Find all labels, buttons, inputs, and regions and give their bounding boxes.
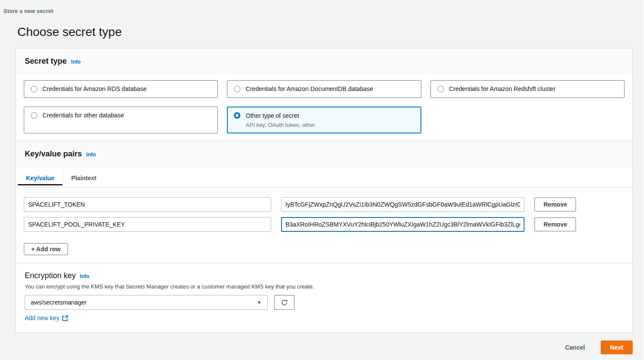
secret-type-heading: Secret type xyxy=(25,57,67,66)
remove-row-button[interactable]: Remove xyxy=(534,217,576,231)
encryption-key-section: Encryption key Info You can encrypt usin… xyxy=(16,263,632,332)
radio-unchecked-icon[interactable] xyxy=(437,86,444,92)
kms-key-select[interactable]: aws/secretsmanager ▼ xyxy=(25,295,268,310)
kms-key-selected-value: aws/secretsmanager xyxy=(31,299,87,306)
encryption-key-info-link[interactable]: Info xyxy=(80,273,89,279)
add-row-button[interactable]: + Add row xyxy=(24,243,68,255)
radio-unchecked-icon[interactable] xyxy=(31,86,37,92)
scrollbar[interactable] xyxy=(641,0,644,360)
tab-plaintext[interactable]: Plaintext xyxy=(62,170,104,185)
key-value-pairs-section: Key/value pairs Info Key/value Plaintext… xyxy=(16,141,632,263)
key-value-pairs-info-link[interactable]: Info xyxy=(86,152,96,158)
option-rds-database[interactable]: Credentials for Amazon RDS database xyxy=(24,80,218,98)
encryption-key-heading: Encryption key xyxy=(25,271,76,280)
option-other-database[interactable]: Credentials for other database xyxy=(24,107,218,133)
value-input[interactable] xyxy=(281,217,524,232)
key-value-row: Remove xyxy=(24,197,625,212)
secret-type-options: Credentials for Amazon RDS database Cred… xyxy=(16,74,632,141)
option-documentdb-database[interactable]: Credentials for Amazon DocumentDB databa… xyxy=(227,80,421,98)
option-label: Credentials for other database xyxy=(42,112,124,119)
breadcrumb: Store a new secret xyxy=(0,0,644,14)
remove-row-button[interactable]: Remove xyxy=(534,198,576,211)
encryption-key-description: You can encrypt using the KMS key that S… xyxy=(25,283,624,290)
add-new-key-link[interactable]: Add new key xyxy=(25,315,68,321)
cancel-button[interactable]: Cancel xyxy=(563,344,588,351)
next-button[interactable]: Next xyxy=(601,341,633,354)
refresh-icon xyxy=(281,299,288,306)
form-card: Secret type Info Credentials for Amazon … xyxy=(16,48,633,333)
option-other-type-of-secret[interactable]: Other type of secret API key, OAuth toke… xyxy=(227,107,421,133)
secret-type-header: Secret type Info xyxy=(16,49,632,74)
option-redshift-cluster[interactable]: Credentials for Amazon Redshift cluster xyxy=(430,80,625,98)
key-value-pairs-heading: Key/value pairs xyxy=(25,149,82,159)
radio-unchecked-icon[interactable] xyxy=(234,86,240,92)
option-label: Credentials for Amazon RDS database xyxy=(42,85,146,93)
secret-type-section: Secret type Info Credentials for Amazon … xyxy=(16,49,632,141)
add-new-key-label: Add new key xyxy=(25,315,59,321)
key-value-row: Remove xyxy=(24,217,625,232)
key-input[interactable] xyxy=(24,197,271,212)
page-title: Choose secret type xyxy=(17,25,644,39)
option-label: Credentials for Amazon Redshift cluster xyxy=(449,85,556,93)
key-value-tabs: Key/value Plaintext xyxy=(16,167,632,188)
key-input[interactable] xyxy=(24,217,271,232)
option-description: API key, OAuth token, other. xyxy=(246,122,316,128)
option-label: Other type of secret xyxy=(246,112,299,119)
secret-type-info-link[interactable]: Info xyxy=(71,59,81,65)
key-value-pairs-header: Key/value pairs Info xyxy=(16,141,632,167)
external-link-icon xyxy=(62,315,68,321)
radio-checked-icon[interactable] xyxy=(234,112,240,119)
key-value-rows: Remove Remove + Add row xyxy=(16,188,632,263)
chevron-down-icon: ▼ xyxy=(257,300,262,305)
radio-unchecked-icon[interactable] xyxy=(31,112,37,119)
wizard-footer: Cancel Next xyxy=(0,341,633,354)
value-input[interactable] xyxy=(281,197,524,212)
tab-key-value[interactable]: Key/value xyxy=(18,170,62,185)
refresh-keys-button[interactable] xyxy=(274,295,294,310)
option-label: Credentials for Amazon DocumentDB databa… xyxy=(246,85,373,93)
